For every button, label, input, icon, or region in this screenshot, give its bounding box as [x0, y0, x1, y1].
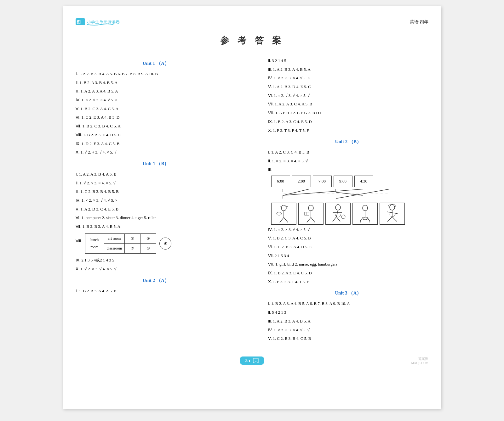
svg-line-16	[284, 217, 288, 222]
svg-line-22	[311, 217, 315, 222]
unit1a-title: Unit 1 （A）	[76, 59, 236, 68]
unit2b-II-answer: 1. × 2. × 3. × 4. × 5. √	[272, 159, 308, 163]
unit2b-title: Unit 2 （B）	[268, 138, 429, 146]
unit1b-section: Ⅰ. 1. A 2. A 3. B 4. A 5. B Ⅱ. 1. √ 2. √…	[76, 171, 236, 273]
unit3a-II-answer: 5 4 2 1 3	[272, 310, 286, 315]
right-V-answer: 1. A 2. B 3. D 4. E 5. C	[273, 84, 311, 89]
figure1-svg	[273, 204, 295, 223]
right-IX-answer: 1. B 2. A 3. C 4. E 5. D	[274, 119, 312, 124]
unit2b-III-row: Ⅲ. 6:00 2:00 7:00 9:00 4:30	[268, 166, 429, 225]
unit1b-VI-answer: 1. computer 2. sister 3. dinner 4. tiger…	[82, 215, 156, 220]
right-VI-answer: 1. × 2. √ 3. √ 4. × 5. √	[274, 93, 310, 98]
figure-girl-sitting	[352, 203, 378, 225]
svg-line-26	[336, 210, 338, 217]
unit1b-X-answer: 1. √ 2. × 3. √ 4. × 5. √	[81, 267, 117, 271]
column-divider	[252, 56, 252, 344]
right-VIII-answer: 1. A F H J 2. C E G 3. B D I	[275, 110, 321, 115]
svg-point-39	[390, 205, 395, 210]
unit1a-VII-answer: 1. B 2. C 3. B 4. C 5. A	[83, 124, 121, 128]
unit2b-VII-answer: 2 1 5 3 4	[275, 253, 289, 258]
unit2b-V-answer: 1. B 2. C 3. A 4. C 5. B	[273, 236, 311, 240]
unit1b-VIII-row: Ⅷ. lunch room art room ② ⑤ classroom	[76, 232, 236, 256]
unit3a-title: Unit 3 （A）	[268, 289, 429, 297]
unit2b-I-answer: 1. A 2. C 3. C 4. B 5. B	[271, 150, 309, 154]
room-table: lunch room art room ② ⑤ classroom ③ ①	[85, 233, 157, 254]
unit1a-X-answer: 1. √ 2. √ 3. √ 4. × 5. √	[81, 150, 117, 154]
page-number-box: 35	[240, 356, 264, 365]
roman-X: Ⅹ.	[76, 150, 79, 154]
watermark-text: 答案圈	[403, 356, 428, 361]
table-lunch-room: lunch room	[85, 233, 104, 254]
clock-200: 2:00	[292, 176, 311, 187]
clock-900: 9:00	[334, 176, 352, 187]
svg-point-30	[341, 215, 345, 219]
svg-line-15	[280, 217, 284, 222]
unit3a-III-answer: 1. A 2. B 3. A 4. B 5. A	[273, 319, 311, 323]
right-X-answer: 1. F 2. T 3. F 4. T 5. F	[273, 128, 309, 133]
matching-lines-svg	[271, 189, 407, 199]
unit3a-section: Ⅰ. 1. B 2. A 3. A 4. B 5. A 6. B 7. B 8.…	[268, 300, 429, 342]
svg-point-31	[363, 205, 368, 211]
svg-line-9	[283, 189, 363, 195]
right-II-answer: 3 2 1 4 5	[272, 58, 286, 63]
table-classroom: classroom	[104, 244, 125, 254]
oval-answer-4: ④	[159, 238, 171, 250]
svg-line-21	[307, 217, 311, 222]
page-number: 35	[245, 358, 250, 363]
unit1b-I-answer: 1. A 2. A 3. B 4. A 5. B	[79, 172, 117, 177]
clock-600: 6:00	[271, 176, 290, 187]
figure3-svg	[327, 204, 349, 223]
svg-point-12	[281, 205, 286, 211]
unit1a-section-I: Ⅰ. 1. A 2. B 3. B 4. A 5. B 6. B 7. B 8.…	[76, 70, 236, 156]
unit1b-III-answer: 1. C 2. B 3. B 4. B 5. B	[81, 189, 119, 194]
table-c2r2: ①	[140, 244, 156, 254]
roman-III: Ⅲ.	[76, 89, 79, 93]
clock-430: 4:30	[354, 176, 373, 187]
unit2a-I-answer: 1. B 2. A 3. A 4. A 5. B	[79, 289, 117, 293]
unit1a-VI-answer: 1. C 2. E 3. A 4. B 5. D	[82, 115, 120, 120]
roman-VI: Ⅵ.	[76, 115, 80, 120]
roman-IV: Ⅳ.	[76, 98, 80, 102]
header: 图 小学生单元测读卷 英语 四年	[76, 16, 428, 28]
roman-IX: Ⅸ.	[76, 141, 80, 146]
figure-girl-ball	[325, 203, 351, 225]
unit3a-V-answer: 1. C 2. B 3. B 4. C 5. B	[273, 336, 311, 341]
svg-line-42	[387, 217, 392, 222]
unit1a-III-answer: 1. A 2. A 3. A 4. B 5. A	[81, 89, 118, 93]
table-c2r1: ⑤	[140, 233, 156, 244]
svg-line-28	[333, 217, 336, 222]
figure-dancing-girl	[380, 203, 405, 225]
unit1b-IX-answer: 2 1 3 5 4或2 1 4 3 5	[82, 258, 114, 262]
svg-text:小学生单元测读卷: 小学生单元测读卷	[87, 20, 120, 24]
table-c1r1: ②	[125, 233, 140, 244]
roman-I: Ⅰ.	[76, 71, 78, 76]
unit2b-IX-answer: 1. B 2. A 3. E 4. C 5. D	[274, 271, 312, 275]
clock-times-row: 6:00 2:00 7:00 9:00 4:30	[271, 176, 429, 187]
svg-line-29	[336, 217, 340, 222]
figure4-svg	[354, 204, 376, 223]
unit1b-V-answer: 1. A 2. D 3. C 4. E 5. B	[81, 207, 119, 211]
page-container: 图 小学生单元测读卷 英语 四年 参 考 答 案 Unit 1 （A） Ⅰ. 1…	[63, 6, 441, 409]
unit1b-II-answer: 1. √ 2. √ 3. × 4. × 5. √	[80, 181, 116, 185]
unit2b-VIII-answer: 1. girl; bird 2. nurse; egg; hamburgers	[275, 262, 337, 267]
table-art-room: art room	[104, 233, 125, 244]
unit1a-I-answer: 1. A 2. B 3. B 4. A 5. B 6. B 7. B 8. B …	[79, 71, 158, 76]
footer-center: 35	[240, 356, 264, 365]
unit3a-IV-answer: 1. √ 2. × 3. × 4. √ 5. √	[274, 328, 310, 332]
figure2-svg	[300, 204, 322, 223]
unit2b-IV-answer: 1. × 2. × 3. √ 4. × 5. √	[274, 227, 310, 232]
unit1b-VII-answer: 1. B 2. B 3. A 4. B 5. A	[83, 224, 121, 229]
unit3a-I-answer: 1. B 2. A 3. A 4. B 5. A 6. B 7. B 8. A …	[271, 301, 350, 306]
clock-700: 7:00	[313, 176, 332, 187]
grade-label: 英语 四年	[410, 19, 429, 25]
svg-point-25	[335, 205, 341, 210]
roman-V: Ⅴ.	[76, 106, 79, 111]
unit2b-section: Ⅰ. 1. A 2. C 3. C 4. B 5. B Ⅱ. 1. × 2. ×…	[268, 149, 429, 286]
footer: 35 答案圈 MXQE.COM	[76, 353, 428, 365]
unit1a-V-answer: 1. B 2. C 3. A 4. C 5. A	[81, 106, 119, 111]
figure5-svg	[381, 204, 403, 223]
logo-area: 图 小学生单元测读卷	[76, 16, 132, 28]
main-title: 参 考 答 案	[76, 35, 428, 47]
right-IV-answer: 1. √ 2. × 3. × 4. √ 5. ×	[274, 76, 310, 80]
svg-point-18	[308, 205, 313, 211]
